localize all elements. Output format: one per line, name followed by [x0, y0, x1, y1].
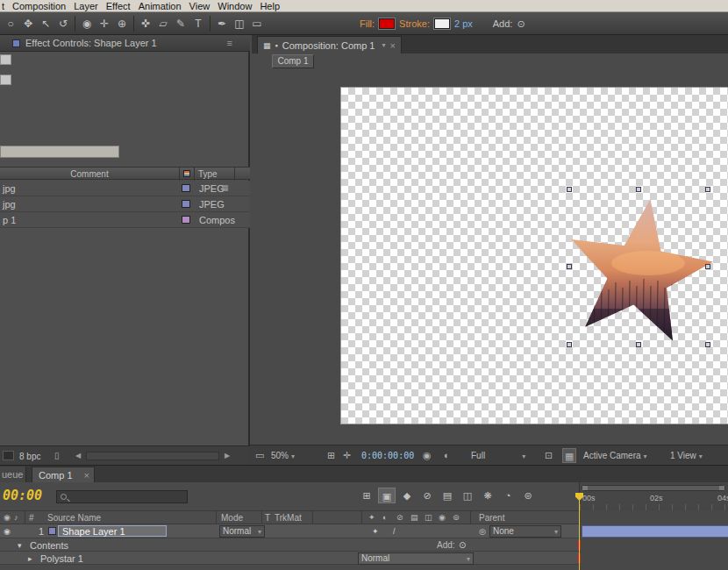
tab-menu-arrow-icon[interactable]: ▾ — [382, 41, 386, 49]
contents-row[interactable]: ▾ Contents Add: ⊙ — [0, 538, 579, 552]
resolution-dropdown[interactable]: Full▾ — [471, 445, 525, 466]
grid-options-icon[interactable]: ⊞ — [327, 445, 335, 466]
selection-handle[interactable] — [705, 187, 710, 192]
selection-handle[interactable] — [567, 264, 572, 269]
track-xy-camera-tool-icon[interactable]: ✛ — [96, 15, 113, 32]
menu-item-help[interactable]: Help — [260, 1, 280, 11]
navigator-start-handle[interactable] — [582, 486, 588, 490]
eye-icon[interactable]: ◉ — [4, 527, 11, 536]
label-color-chip[interactable] — [182, 216, 190, 224]
stroke-color-swatch[interactable] — [434, 18, 450, 29]
switch-star-icon[interactable]: ✦ — [372, 527, 379, 536]
panel-menu-icon[interactable]: ≡ — [227, 38, 232, 48]
stroke-width-value[interactable]: 2 px — [454, 18, 473, 29]
audio-icon[interactable]: ♪ — [14, 513, 18, 522]
snapshot-frame-icon[interactable]: ▭ — [255, 445, 264, 466]
selection-handle[interactable] — [567, 187, 572, 192]
zoom-dropdown[interactable]: 50%▾ — [271, 445, 295, 466]
horizontal-scrollbar[interactable] — [86, 452, 219, 460]
menu-item-view[interactable]: View — [189, 1, 211, 11]
transparency-grid-icon[interactable]: ▦ — [562, 448, 576, 463]
selection-handle[interactable] — [636, 342, 641, 347]
hand-tool-icon[interactable]: ✥ — [19, 15, 37, 32]
timeline-comp-tab[interactable]: Comp 1× — [32, 467, 95, 483]
mask-shape-tool-icon[interactable]: ▱ — [154, 15, 172, 32]
effect-control-field[interactable] — [0, 146, 119, 158]
layer-row-shape-layer-1[interactable]: ◉ 1 Shape Layer 1 Normal▾ ✦ / ◎ None▾ — [0, 524, 579, 538]
three-d-header-icon[interactable]: ⊚ — [453, 513, 460, 522]
add-shape-icon[interactable]: ⊙ — [517, 18, 525, 30]
project-row[interactable]: jpg JPEG — [0, 196, 250, 212]
frame-blend-header-icon[interactable]: ◫ — [425, 513, 432, 522]
menu-item-window[interactable]: Window — [218, 1, 252, 11]
mini-flowchart-icon[interactable]: ⊞ — [358, 488, 375, 503]
bit-depth-label[interactable]: 8 bpc — [19, 452, 40, 461]
shy-header-icon[interactable]: ✦ — [368, 513, 375, 522]
eye-icon[interactable]: ◉ — [4, 513, 11, 522]
quality-header-icon[interactable]: ⊘ — [396, 513, 403, 522]
selection-handle[interactable] — [636, 187, 641, 192]
pickwhip-icon[interactable]: ◎ — [479, 527, 486, 536]
show-channels-icon[interactable]: ◐ — [444, 445, 450, 466]
lock-icon[interactable]: ▪ — [275, 41, 278, 50]
twirl-closed-icon[interactable]: ▸ — [28, 554, 32, 563]
timeline-track-area[interactable] — [579, 510, 728, 570]
selection-handle[interactable] — [567, 342, 572, 347]
close-icon[interactable]: × — [390, 40, 396, 51]
close-icon[interactable]: × — [84, 467, 89, 483]
project-settings-chip[interactable] — [3, 451, 14, 460]
twirl-open-icon[interactable]: ▾ — [18, 541, 22, 550]
render-queue-tab[interactable]: ueue — [0, 467, 26, 483]
menu-item-effect[interactable]: Effect — [106, 1, 131, 11]
selection-handle[interactable] — [705, 342, 710, 347]
layer-duration-bar[interactable] — [582, 525, 728, 538]
effects-header-icon[interactable]: ▤ — [410, 513, 418, 522]
auto-keyframe-icon[interactable]: ◔ — [499, 488, 517, 503]
view-layout-dropdown[interactable]: 1 View▾ — [670, 445, 703, 466]
fill-color-swatch[interactable] — [379, 18, 395, 29]
comp-subtab[interactable]: Comp 1 — [272, 54, 314, 68]
blend-mode-dropdown[interactable]: Normal▾ — [219, 525, 265, 538]
frame-blending-icon[interactable]: ▤ — [439, 488, 456, 503]
draft-3d-icon[interactable]: ◆ — [398, 488, 416, 503]
menu-item-composition[interactable]: Composition — [12, 1, 66, 11]
parent-dropdown[interactable]: None▾ — [489, 525, 561, 538]
eraser-tool-icon[interactable]: ▭ — [248, 15, 266, 32]
label-color-chip[interactable] — [182, 184, 190, 192]
project-row[interactable]: p 1 Compos — [0, 212, 250, 228]
continuous-rasterize-icon[interactable]: / — [393, 527, 396, 536]
rotation-tool-icon[interactable]: ↺ — [54, 15, 72, 32]
menu-item-layer[interactable]: Layer — [74, 1, 98, 11]
add-property-icon[interactable]: ⊙ — [459, 540, 466, 550]
graph-editor-icon[interactable]: ⊚ — [519, 488, 537, 503]
scroll-left-icon[interactable]: ◀ — [75, 452, 81, 460]
project-row[interactable]: jpg JPEG ▦ — [0, 181, 250, 196]
time-ruler[interactable]: 00s 02s 04s — [579, 482, 728, 510]
comp-timecode[interactable]: 0:00:00:00 — [361, 445, 414, 466]
text-tool-icon[interactable]: T — [189, 15, 207, 32]
rulers-icon[interactable]: ✛ — [343, 445, 351, 466]
pen-tool-icon[interactable]: ✎ — [172, 15, 189, 32]
selection-tool-icon[interactable]: ↖ — [37, 15, 54, 32]
motion-blur-icon[interactable]: ◫ — [459, 488, 476, 503]
track-z-camera-tool-icon[interactable]: ⊕ — [113, 15, 131, 32]
camera-view-dropdown[interactable]: Active Camera▾ — [583, 445, 647, 466]
navigator-end-handle[interactable] — [719, 486, 724, 490]
orbit-camera-tool-icon[interactable]: ◉ — [78, 15, 96, 32]
zoom-tool-icon[interactable]: ○ — [2, 15, 19, 32]
layer-label-chip[interactable] — [48, 527, 56, 535]
hide-shy-layers-icon[interactable]: ⊘ — [418, 488, 436, 503]
pan-behind-tool-icon[interactable]: ✜ — [137, 15, 154, 32]
motion-blur-header-icon[interactable]: ◉ — [439, 513, 446, 522]
scroll-right-icon[interactable]: ▶ — [225, 452, 230, 460]
polystar-row[interactable]: ▸ Polystar 1 Normal▾ — [0, 552, 579, 565]
current-time-display[interactable]: 00:00 — [3, 488, 42, 503]
composition-tab[interactable]: ▦ ▪ Composition: Comp 1 ▾ × — [257, 36, 402, 53]
time-navigator[interactable] — [582, 485, 725, 491]
label-color-chip[interactable] — [182, 200, 190, 208]
layer-name[interactable]: Shape Layer 1 — [58, 525, 167, 537]
snapshot-icon[interactable]: ◉ — [423, 445, 432, 466]
brainstorm-icon[interactable]: ❋ — [479, 488, 496, 503]
menu-item-partial[interactable]: t — [2, 1, 4, 11]
composition-canvas[interactable] — [340, 87, 728, 424]
